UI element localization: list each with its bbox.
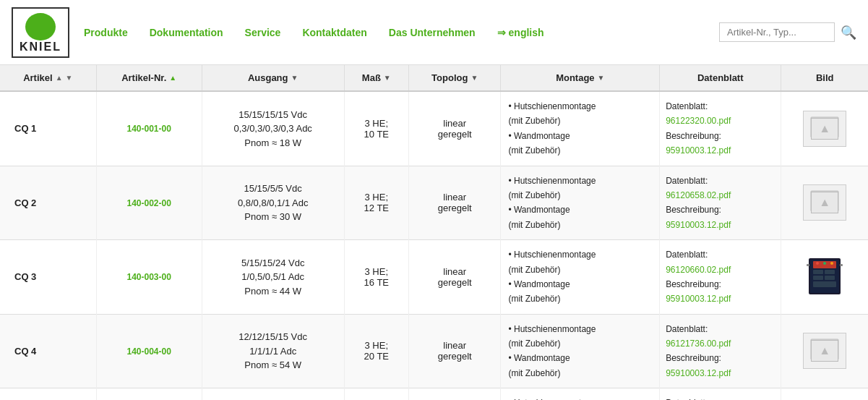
cell-bild (781, 388, 868, 400)
cell-mass: 3 HE;16 TE (344, 240, 408, 315)
table-row: CQ 5140-005-0012/12/5/5 Vdc0,5/0,5/1/1 A… (0, 388, 868, 400)
col-artikel-nr-label: Artikel-Nr. (121, 72, 166, 83)
col-artikel-nr: Artikel-Nr. ▲ (96, 65, 202, 91)
logo: KNIEL (12, 7, 69, 58)
table-row: CQ 2140-002-0015/15/5/5 Vdc0,8/0,8/0,1/1… (0, 166, 868, 240)
datenblatt-link[interactable]: 96121736.00.pdf (666, 339, 731, 349)
cell-artikel: CQ 2 (0, 166, 96, 240)
cell-montage: • Hutschienenmontage(mit Zubehör)• Wandm… (501, 166, 660, 240)
search-input[interactable] (719, 22, 835, 42)
nav-english[interactable]: ⇒ english (497, 27, 544, 38)
cell-topologie: lineargeregelt (408, 91, 500, 166)
datenblatt-label: Datenblatt: (666, 176, 708, 186)
datenblatt-label: Datenblatt: (666, 250, 708, 260)
col-bild-label: Bild (816, 72, 834, 83)
cell-artikel-nr[interactable]: 140-004-00 (96, 314, 202, 388)
svg-rect-12 (825, 276, 835, 280)
beschreibung-label: Beschreibung: (666, 279, 721, 289)
col-artikel: Artikel ▲ ▼ (0, 65, 96, 91)
nav-kontaktdaten[interactable]: Kontaktdaten (302, 27, 366, 38)
nav-dokumentation[interactable]: Dokumentation (150, 27, 223, 38)
svg-point-5 (829, 193, 835, 199)
cell-artikel-nr[interactable]: 140-005-00 (96, 388, 202, 400)
image-placeholder (803, 111, 846, 147)
svg-point-15 (823, 262, 826, 265)
datenblatt-link[interactable]: 96120660.02.pdf (666, 265, 731, 275)
datenblatt-link[interactable]: 96120658.02.pdf (666, 190, 731, 200)
datenblatt-label: Datenblatt: (666, 324, 708, 334)
cell-datenblatt: Datenblatt:96121737.00.pdfBeschreibung:9… (660, 388, 781, 400)
col-topologie-label: Topolog (431, 72, 468, 83)
svg-rect-0 (811, 117, 838, 137)
logo-text: KNIEL (20, 41, 61, 54)
cell-bild (781, 314, 868, 388)
cell-montage: • Hutschienenmontage(mit Zubehör)• Wandm… (501, 388, 660, 400)
cell-montage: • Hutschienenmontage(mit Zubehör)• Wandm… (501, 91, 660, 166)
svg-rect-18 (840, 264, 843, 266)
col-bild: Bild (781, 65, 868, 91)
cell-ausgang: 12/12/15/15 Vdc1/1/1/1 AdcPnom ≈ 54 W (202, 314, 344, 388)
datenblatt-link[interactable]: 96122320.00.pdf (666, 116, 731, 126)
col-mass: Maß ▼ (344, 65, 408, 91)
filter-mass-icon[interactable]: ▼ (384, 74, 391, 82)
filter-montage-icon[interactable]: ▼ (598, 74, 605, 82)
cell-ausgang: 15/15/5/5 Vdc0,8/0,8/0,1/1 AdcPnom ≈ 30 … (202, 166, 344, 240)
svg-rect-13 (813, 281, 836, 287)
svg-point-21 (829, 341, 835, 347)
svg-marker-20 (811, 347, 838, 359)
col-datenblatt: Datenblatt (660, 65, 781, 91)
table-row: CQ 4140-004-0012/12/15/15 Vdc1/1/1/1 Adc… (0, 314, 868, 388)
beschreibung-link[interactable]: 95910003.12.pdf (666, 220, 731, 230)
cell-topologie: lineargeregelt (408, 166, 500, 240)
svg-rect-3 (811, 191, 838, 211)
svg-point-14 (816, 262, 819, 265)
main-nav: Produkte Dokumentation Service Kontaktda… (84, 27, 705, 38)
cell-mass: 3 HE;12 TE (344, 388, 408, 400)
cell-artikel: CQ 1 (0, 91, 96, 166)
filter-topologie-icon[interactable]: ▼ (470, 74, 478, 82)
cell-artikel-nr[interactable]: 140-001-00 (96, 91, 202, 166)
cell-mass: 3 HE;12 TE (344, 166, 408, 240)
beschreibung-link[interactable]: 95910003.12.pdf (666, 294, 731, 304)
beschreibung-link[interactable]: 95910003.12.pdf (666, 145, 731, 156)
svg-point-2 (829, 119, 835, 125)
beschreibung-link[interactable]: 95910003.12.pdf (666, 368, 731, 378)
svg-rect-11 (813, 276, 823, 280)
cell-artikel: CQ 5 (0, 388, 96, 400)
cell-datenblatt: Datenblatt:96122320.00.pdfBeschreibung:9… (660, 91, 781, 166)
svg-point-16 (830, 262, 833, 265)
table-row: CQ 1140-001-0015/15/15/15 Vdc0,3/0,3/0,3… (0, 91, 868, 166)
image-placeholder (803, 333, 846, 369)
svg-rect-10 (825, 270, 835, 274)
nav-unternehmen[interactable]: Das Unternehmen (389, 27, 476, 38)
cell-ausgang: 5/15/15/24 Vdc1/0,5/0,5/1 AdcPnom ≈ 44 W (202, 240, 344, 315)
col-mass-label: Maß (362, 72, 381, 83)
nav-service[interactable]: Service (245, 27, 281, 38)
table-header-row: Artikel ▲ ▼ Artikel-Nr. ▲ Ausgang ▼ (0, 65, 868, 91)
table-row: CQ 3140-003-005/15/15/24 Vdc1/0,5/0,5/1 … (0, 240, 868, 315)
product-table-wrapper: Artikel ▲ ▼ Artikel-Nr. ▲ Ausgang ▼ (0, 65, 868, 400)
sort-up-icon[interactable]: ▲ (56, 74, 63, 82)
cell-artikel-nr[interactable]: 140-003-00 (96, 240, 202, 315)
nav-produkte[interactable]: Produkte (84, 27, 128, 38)
col-montage-label: Montage (556, 72, 594, 83)
col-topologie: Topolog ▼ (408, 65, 500, 91)
cell-bild (781, 166, 868, 240)
cell-topologie: lineargeregelt (408, 314, 500, 388)
page-header: KNIEL Produkte Dokumentation Service Kon… (0, 0, 868, 65)
svg-marker-1 (811, 125, 838, 137)
search-area: 🔍 (719, 22, 856, 42)
sort-up-active-icon[interactable]: ▲ (169, 74, 176, 82)
cell-montage: • Hutschienenmontage(mit Zubehör)• Wandm… (501, 314, 660, 388)
cell-artikel-nr[interactable]: 140-002-00 (96, 166, 202, 240)
cell-datenblatt: Datenblatt:96120660.02.pdfBeschreibung:9… (660, 240, 781, 315)
sort-down-icon[interactable]: ▼ (66, 74, 73, 82)
col-datenblatt-label: Datenblatt (697, 72, 744, 83)
search-button[interactable]: 🔍 (841, 25, 856, 41)
cell-topologie: lineargeregelt (408, 240, 500, 315)
cell-ausgang: 15/15/15/15 Vdc0,3/0,3/0,3/0,3 AdcPnom ≈… (202, 91, 344, 166)
svg-rect-19 (811, 339, 838, 359)
beschreibung-label: Beschreibung: (666, 353, 721, 363)
filter-ausgang-icon[interactable]: ▼ (291, 74, 298, 82)
cell-artikel: CQ 3 (0, 240, 96, 315)
